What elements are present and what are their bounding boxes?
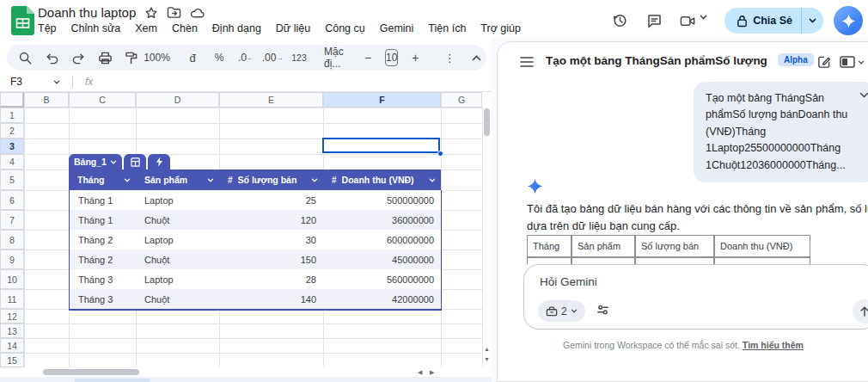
row-header-10[interactable]: 10 — [0, 269, 24, 289]
table-cell[interactable]: Tháng 2 — [70, 230, 136, 250]
panel-menu-icon[interactable] — [520, 57, 534, 67]
scroll-right-icon[interactable]: ▶ — [430, 369, 434, 376]
table-cell[interactable]: Tháng 1 — [70, 210, 136, 230]
table-column-header[interactable]: Sản phẩm — [136, 169, 219, 190]
menu-item[interactable]: Công cụ — [325, 22, 365, 34]
table-column-header[interactable]: Tháng — [69, 169, 136, 190]
new-chat-icon[interactable] — [817, 55, 831, 69]
zoom-select[interactable]: 100% — [149, 47, 168, 68]
column-header-F[interactable]: F — [323, 92, 441, 108]
vertical-scrollbar-thumb[interactable] — [484, 108, 490, 136]
menu-item[interactable]: Tiện ích — [428, 22, 466, 34]
scroll-up-icon[interactable]: ▲ — [484, 346, 490, 352]
table-cell[interactable]: 560000000 — [323, 269, 441, 289]
table-cell[interactable]: Chuột — [136, 210, 219, 230]
move-to-folder-icon[interactable] — [167, 6, 181, 19]
table-cell[interactable]: Tháng 3 — [70, 289, 136, 309]
increase-font-size-button[interactable]: + — [406, 47, 425, 68]
share-button[interactable]: Chia Sẻ — [724, 8, 823, 34]
row-header-12[interactable]: 12 — [0, 309, 24, 323]
star-icon[interactable] — [144, 6, 158, 20]
number-format-button[interactable]: 123 — [290, 47, 309, 68]
gemini-input-box[interactable]: Hỏi Gemini 2 — [523, 264, 868, 330]
column-header-E[interactable]: E — [219, 92, 323, 108]
sheets-logo-icon[interactable] — [11, 6, 34, 35]
horizontal-scrollbar-thumb[interactable] — [43, 369, 139, 375]
table-name-tab[interactable]: Bảng_1 — [69, 154, 122, 169]
column-header-D[interactable]: D — [136, 92, 219, 108]
row-header-3[interactable]: 3 — [0, 139, 24, 154]
version-history-icon[interactable] — [602, 12, 637, 29]
table-column-header[interactable]: #Số lượng bán — [219, 169, 323, 190]
format-currency-button[interactable]: đ — [183, 47, 202, 68]
name-box[interactable]: F3 — [0, 76, 53, 88]
table-cell[interactable]: 28 — [219, 269, 323, 289]
menu-item[interactable]: Xem — [135, 22, 157, 34]
menu-item[interactable]: Định dạng — [212, 22, 261, 34]
decrease-font-size-button[interactable]: − — [358, 47, 377, 68]
row-header-6[interactable]: 6 — [0, 190, 24, 210]
table-cell[interactable]: Chuột — [136, 289, 219, 309]
more-options-icon[interactable]: ⋮ — [440, 47, 459, 68]
panel-display-icon[interactable] — [840, 56, 865, 68]
row-header-15[interactable]: 15 — [0, 353, 24, 367]
redo-icon[interactable] — [69, 47, 88, 68]
tune-icon[interactable] — [596, 304, 609, 316]
name-box-dropdown[interactable] — [53, 80, 60, 84]
spreadsheet-grid[interactable]: BCDEFG123456789101112131415Bảng_1ThángSả… — [0, 92, 492, 367]
decrease-decimal-button[interactable]: .0← — [236, 47, 255, 68]
collapse-toolbar-icon[interactable] — [467, 47, 486, 68]
table-cell[interactable]: Laptop — [136, 269, 219, 289]
table-cell[interactable]: 120 — [219, 210, 323, 230]
attached-tools-chip[interactable]: 2 — [538, 300, 585, 322]
send-button[interactable] — [853, 299, 868, 323]
selected-cell-F3[interactable] — [322, 138, 440, 153]
row-header-14[interactable]: 14 — [0, 338, 24, 353]
table-cell[interactable]: 25 — [219, 190, 323, 210]
table-cell[interactable]: 150 — [219, 250, 323, 269]
row-header-5[interactable]: 5 — [0, 169, 24, 190]
table-cell[interactable]: Laptop — [136, 190, 219, 210]
menu-item[interactable]: Gemini — [380, 22, 414, 34]
table-cell[interactable]: Laptop — [136, 230, 219, 250]
cloud-saved-icon[interactable] — [190, 7, 205, 19]
table-column-header[interactable]: #Doanh thu (VNĐ) — [323, 169, 441, 190]
select-all-corner[interactable] — [0, 92, 24, 108]
font-size-input[interactable]: 10 — [385, 49, 398, 66]
table-lightning-icon[interactable] — [148, 154, 170, 169]
menu-item[interactable]: Tệp — [38, 22, 57, 34]
menu-item[interactable]: Chèn — [172, 22, 198, 34]
row-header-1[interactable]: 1 — [0, 108, 24, 123]
undo-icon[interactable] — [42, 47, 61, 68]
table-cell[interactable]: Tháng 3 — [70, 269, 136, 289]
learn-more-link[interactable]: Tìm hiểu thêm — [743, 340, 804, 350]
document-title[interactable]: Doanh thu laptop — [38, 5, 136, 20]
table-cell[interactable]: 36000000 — [323, 210, 441, 230]
paint-format-icon[interactable] — [122, 47, 141, 68]
comments-icon[interactable] — [637, 13, 671, 29]
gemini-button[interactable] — [834, 6, 863, 35]
column-header-B[interactable]: B — [24, 92, 69, 108]
scroll-left-icon[interactable]: ◀ — [418, 369, 422, 376]
table-cell[interactable]: 42000000 — [323, 289, 441, 309]
table-cell[interactable]: 500000000 — [323, 190, 441, 210]
menu-item[interactable]: Chỉnh sửa — [71, 22, 121, 34]
table-cell[interactable]: 30 — [219, 230, 323, 250]
table-cell[interactable]: Chuột — [136, 250, 219, 269]
format-percent-button[interactable]: % — [210, 47, 229, 68]
table-cell[interactable]: 600000000 — [323, 230, 441, 250]
row-header-8[interactable]: 8 — [0, 230, 24, 250]
table-sidebar-icon[interactable] — [124, 154, 146, 169]
search-icon[interactable] — [15, 47, 34, 68]
table-cell[interactable]: 45000000 — [323, 250, 441, 269]
print-icon[interactable] — [95, 47, 114, 68]
table-cell[interactable]: Tháng 2 — [70, 250, 136, 269]
table-cell[interactable]: Tháng 1 — [70, 190, 136, 210]
share-dropdown[interactable] — [802, 18, 823, 23]
column-header-C[interactable]: C — [69, 92, 136, 108]
row-header-2[interactable]: 2 — [0, 123, 24, 139]
font-select[interactable]: Mặc đị... — [324, 47, 343, 68]
vertical-scrollbar[interactable]: ▲ ▼ — [482, 108, 492, 367]
table-cell[interactable]: 140 — [219, 289, 323, 309]
scroll-down-icon[interactable]: ▼ — [484, 356, 490, 362]
